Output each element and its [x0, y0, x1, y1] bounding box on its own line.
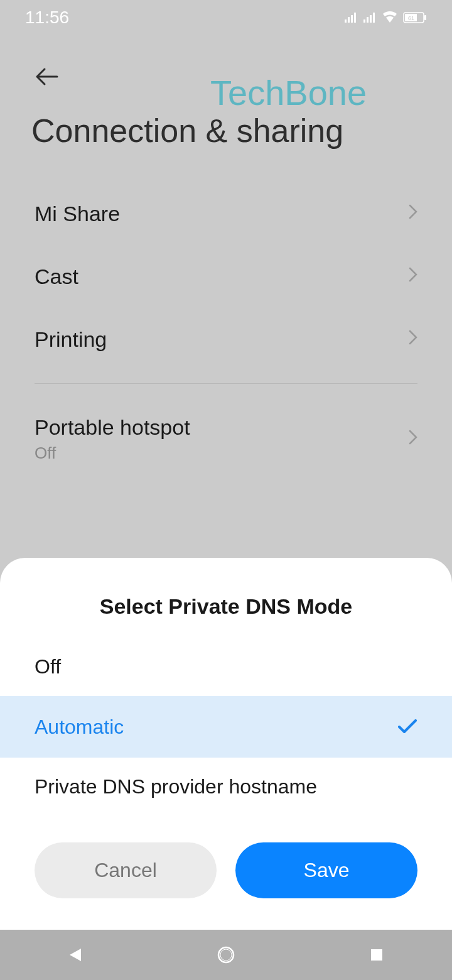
settings-list: Mi Share Cast Printing Portable hotspot …	[0, 182, 452, 482]
button-row: Cancel Save	[0, 830, 452, 930]
back-button[interactable]	[35, 64, 60, 89]
save-button[interactable]: Save	[235, 842, 417, 898]
svg-text:61: 61	[408, 15, 414, 21]
settings-label: Cast	[35, 264, 78, 289]
bottom-sheet-dns: Select Private DNS Mode Off Automatic Pr…	[0, 558, 452, 930]
svg-rect-2	[424, 15, 426, 20]
signal-icon-1	[344, 12, 358, 23]
settings-label: Printing	[35, 327, 107, 352]
settings-label: Mi Share	[35, 202, 120, 226]
option-label: Private DNS provider hostname	[35, 775, 317, 798]
page-title: Connection & sharing	[31, 112, 343, 150]
option-hostname[interactable]: Private DNS provider hostname	[0, 758, 452, 830]
nav-back-button[interactable]	[67, 946, 84, 964]
svg-rect-6	[371, 949, 382, 961]
chevron-right-icon	[409, 266, 417, 286]
status-icons: 61	[344, 11, 427, 24]
settings-item-printing[interactable]: Printing	[0, 308, 452, 371]
option-off[interactable]: Off	[0, 638, 452, 696]
settings-item-mishare[interactable]: Mi Share	[0, 182, 452, 245]
cancel-button[interactable]: Cancel	[35, 842, 217, 898]
watermark: TechBone	[210, 72, 367, 113]
battery-icon: 61	[403, 11, 427, 24]
navigation-bar	[0, 930, 452, 980]
settings-subtitle: Off	[35, 444, 190, 463]
option-automatic[interactable]: Automatic	[0, 696, 452, 758]
svg-point-4	[218, 947, 234, 962]
nav-recent-button[interactable]	[368, 946, 385, 964]
divider	[35, 383, 417, 384]
settings-item-hotspot[interactable]: Portable hotspot Off	[0, 396, 452, 482]
nav-home-button[interactable]	[217, 946, 235, 964]
sheet-title: Select Private DNS Mode	[0, 583, 452, 638]
check-icon	[397, 714, 417, 740]
status-bar: 11:56 61	[0, 0, 452, 35]
settings-item-cast[interactable]: Cast	[0, 245, 452, 308]
option-label: Automatic	[35, 716, 124, 739]
signal-icon-2	[363, 12, 377, 23]
chevron-right-icon	[409, 329, 417, 349]
settings-label: Portable hotspot	[35, 415, 190, 440]
wifi-icon	[382, 11, 398, 24]
status-time: 11:56	[25, 8, 69, 28]
chevron-right-icon	[409, 429, 417, 449]
svg-point-5	[220, 949, 232, 961]
option-label: Off	[35, 655, 61, 678]
chevron-right-icon	[409, 204, 417, 224]
